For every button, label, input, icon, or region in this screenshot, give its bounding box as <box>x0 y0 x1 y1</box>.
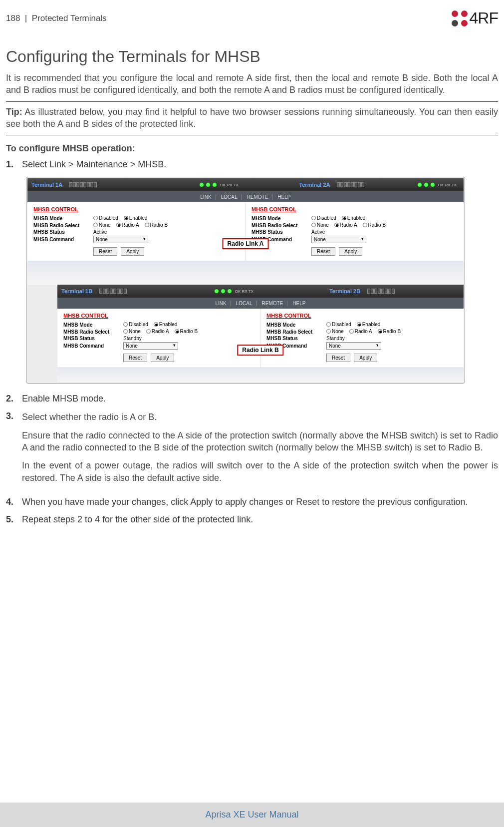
rs-radio-a[interactable]: Radio A <box>146 329 169 334</box>
step-1: 1. Select Link > Maintenance > MHSB. <box>6 159 498 170</box>
mhsb-screenshot: Terminal 1A OK RX TX Terminal 2A OK RX T… <box>26 177 465 384</box>
step-3-p3: In the event of a power outage, the radi… <box>22 459 498 484</box>
tab-remote[interactable]: REMOTE <box>243 194 273 200</box>
step-body: Enable MHSB mode. <box>22 394 498 404</box>
leds-label: OK RX TX <box>235 289 253 294</box>
page-header: 188 | Protected Terminals 4RF <box>6 9 498 27</box>
tab-local[interactable]: LOCAL <box>232 301 257 306</box>
rs-none-radio[interactable]: None <box>93 222 111 228</box>
rs-none-radio[interactable]: None <box>311 222 329 228</box>
intro-text: It is recommended that you configure the… <box>6 72 498 96</box>
page-number: 188 <box>6 13 20 23</box>
rs-radio-a[interactable]: Radio A <box>116 222 139 228</box>
apply-button[interactable]: Apply <box>121 247 144 256</box>
panel-2b: MHSB CONTROL MHSB Mode Disabled Enabled … <box>260 309 464 367</box>
mode-enabled-radio[interactable]: Enabled <box>357 322 381 327</box>
nav-tabs[interactable]: LINK LOCAL REMOTE HELP <box>57 298 464 309</box>
tab-link[interactable]: LINK <box>197 194 216 200</box>
leds-label: OK RX TX <box>220 183 239 187</box>
apply-button[interactable]: Apply <box>354 354 377 362</box>
terminal-name: Terminal 2B <box>329 288 360 294</box>
status-value: Active <box>93 229 240 235</box>
mode-disabled-radio[interactable]: Disabled <box>326 322 351 327</box>
step-4: 4. When you have made your changes, clic… <box>6 497 498 507</box>
rs-radio-a[interactable]: Radio A <box>349 329 372 334</box>
ports-icon <box>99 289 127 294</box>
tab-link[interactable]: LINK <box>212 301 231 306</box>
apply-button[interactable]: Apply <box>339 247 362 256</box>
mode-enabled-radio[interactable]: Enabled <box>124 215 148 221</box>
radio-select-label: MHSB Radio Select <box>33 223 93 228</box>
step-5: 5. Repeat steps 2 to 4 for the other sid… <box>6 514 498 525</box>
rs-radio-b[interactable]: Radio B <box>363 222 386 228</box>
ports-icon <box>367 289 395 294</box>
status-label: MHSB Status <box>33 229 93 235</box>
tip-label: Tip: <box>6 107 22 117</box>
gap-strip <box>57 367 464 382</box>
status-value: Active <box>311 229 459 235</box>
gap-strip <box>27 261 464 285</box>
panels-row-b: MHSB CONTROL MHSB Mode Disabled Enabled … <box>57 309 464 367</box>
step-2: 2. Enable MHSB mode. <box>6 394 498 404</box>
footer: Aprisa XE User Manual <box>0 803 504 827</box>
nav-tabs[interactable]: LINK LOCAL REMOTE HELP <box>27 191 464 202</box>
panel-heading: MHSB CONTROL <box>252 206 459 212</box>
panel-heading: MHSB CONTROL <box>266 313 459 319</box>
logo: 4RF <box>452 9 498 27</box>
step-num: 1. <box>6 159 22 170</box>
step-3: 3. Select whether the radio is A or B. E… <box>6 411 498 489</box>
config-heading: To configure MHSB operation: <box>6 142 498 154</box>
mode-disabled-radio[interactable]: Disabled <box>123 322 148 327</box>
command-select[interactable]: None <box>326 342 381 350</box>
command-select[interactable]: None <box>93 236 148 243</box>
tip-text: As illustrated below, you may find it he… <box>6 107 498 129</box>
reset-button[interactable]: Reset <box>311 247 335 256</box>
terminal-name: Terminal 1A <box>31 182 62 188</box>
mode-label: MHSB Mode <box>33 216 93 221</box>
header-section: Protected Terminals <box>32 13 107 23</box>
divider <box>6 135 498 135</box>
rs-radio-a[interactable]: Radio A <box>334 222 357 228</box>
steps-list-cont: 2. Enable MHSB mode. 3. Select whether t… <box>6 394 498 524</box>
mode-enabled-radio[interactable]: Enabled <box>342 215 366 221</box>
ports-icon <box>337 182 364 187</box>
command-select[interactable]: None <box>123 342 178 350</box>
command-label: MHSB Command <box>33 237 93 242</box>
tab-help[interactable]: HELP <box>273 194 294 200</box>
rs-none-radio[interactable]: None <box>326 329 344 334</box>
steps-list: 1. Select Link > Maintenance > MHSB. <box>6 159 498 170</box>
step-num: 2. <box>6 394 22 404</box>
divider <box>6 101 498 102</box>
terminal-bar-2a: Terminal 2A OK RX TX <box>246 178 464 191</box>
rs-none-radio[interactable]: None <box>123 329 141 334</box>
reset-button[interactable]: Reset <box>93 247 117 256</box>
apply-button[interactable]: Apply <box>151 354 174 362</box>
tab-local[interactable]: LOCAL <box>217 194 242 200</box>
mode-enabled-radio[interactable]: Enabled <box>154 322 178 327</box>
rs-radio-b[interactable]: Radio B <box>175 329 198 334</box>
panel-1a: MHSB CONTROL MHSB Mode Disabled Enabled … <box>27 202 246 261</box>
step-body: Select Link > Maintenance > MHSB. <box>22 159 498 170</box>
reset-button[interactable]: Reset <box>123 354 147 362</box>
radio-link-a-label: Radio Link A <box>223 238 269 249</box>
ports-icon <box>69 182 97 187</box>
rs-radio-b[interactable]: Radio B <box>145 222 168 228</box>
tab-remote[interactable]: REMOTE <box>258 301 288 306</box>
reset-button[interactable]: Reset <box>326 354 350 362</box>
tip: Tip: As illustrated below, you may find … <box>6 106 498 130</box>
radio-link-b-label: Radio Link B <box>237 345 283 356</box>
footer-text: Aprisa XE User Manual <box>205 810 298 820</box>
status-value: Standby <box>123 336 255 341</box>
step-3-p2: Ensure that the radio connected to the A… <box>22 429 498 454</box>
step-body: When you have made your changes, click A… <box>22 497 498 507</box>
terminal-bar-1b: Terminal 1B OK RX TX <box>57 285 260 298</box>
step-num: 4. <box>6 497 22 507</box>
rs-radio-b[interactable]: Radio B <box>378 329 401 334</box>
panel-1b: MHSB CONTROL MHSB Mode Disabled Enabled … <box>57 309 260 367</box>
tab-help[interactable]: HELP <box>288 301 309 306</box>
mode-disabled-radio[interactable]: Disabled <box>93 215 118 221</box>
page-title: Configuring the Terminals for MHSB <box>6 47 498 66</box>
terminal-name: Terminal 1B <box>61 288 92 294</box>
command-select[interactable]: None <box>311 236 366 243</box>
mode-disabled-radio[interactable]: Disabled <box>311 215 336 221</box>
